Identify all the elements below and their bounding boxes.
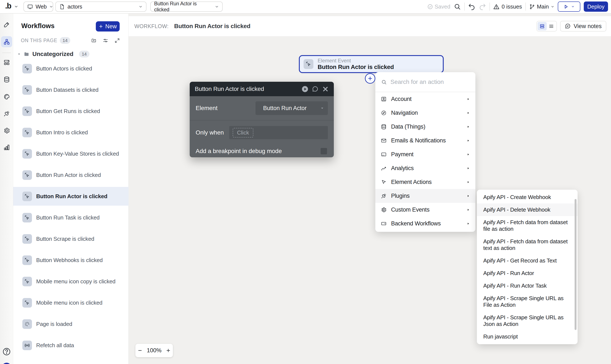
- plugin-action-item[interactable]: Apify API - Scrape Single URL as File as…: [477, 292, 578, 311]
- run-icon[interactable]: [302, 86, 308, 92]
- only-when-placeholder[interactable]: Click: [233, 128, 253, 138]
- canvas-header: WORKFLOW: Button Run Actor is clicked Vi…: [129, 16, 611, 36]
- workflow-item-label: Button Scrape is clicked: [36, 236, 94, 242]
- database-icon: [381, 124, 387, 130]
- plugin-action-item[interactable]: Apify API - Fetch data from dataset text…: [477, 235, 578, 254]
- view-notes-button[interactable]: View notes: [560, 21, 606, 31]
- rail-item-chart[interactable]: [1, 142, 12, 153]
- workflow-list-item[interactable]: Button Get Runs is clicked: [13, 102, 129, 120]
- plugin-action-item[interactable]: Apify API - Get Record as Text: [477, 254, 578, 267]
- cursor-click-icon: [304, 59, 313, 69]
- rail-item-slots[interactable]: [1, 57, 12, 68]
- undo-icon[interactable]: [468, 3, 475, 10]
- device-selector[interactable]: Web: [23, 1, 53, 12]
- plugin-action-item[interactable]: Apify API - Fetch data from dataset file…: [477, 216, 578, 235]
- workflow-list-item[interactable]: Button Run Task is clicked: [13, 208, 129, 227]
- caret-right-icon: [467, 111, 470, 115]
- workflow-list: Button Actors is clicked Button Datasets…: [13, 59, 129, 357]
- topbar: .b Web actors Button Run Actor is clicke…: [0, 0, 611, 14]
- comment-icon[interactable]: [312, 86, 318, 92]
- rail-item-plug[interactable]: [1, 108, 12, 119]
- plugin-action-label: Apify API - Scrape Single URL as File as…: [483, 295, 563, 308]
- element-dropdown[interactable]: Button Run Actor: [256, 101, 328, 115]
- plugin-action-item[interactable]: Apify API - Run Actor Task: [477, 279, 578, 292]
- action-menu-item[interactable]: Navigation: [375, 106, 475, 120]
- only-when-input[interactable]: Click: [229, 126, 328, 139]
- workflow-list-item[interactable]: Button Scrape is clicked: [13, 230, 129, 248]
- dialog-body: Element Button Run Actor Only when Click…: [190, 96, 334, 157]
- workflow-list-item[interactable]: Mobile menu icon is clicked: [13, 293, 129, 312]
- filter-icon[interactable]: [103, 38, 108, 43]
- divider: [489, 2, 490, 11]
- action-menu-item[interactable]: Emails & Notifications: [375, 134, 475, 147]
- zoom-out-icon[interactable]: [138, 348, 143, 353]
- add-folder-icon[interactable]: [91, 38, 96, 43]
- breakpoint-checkbox[interactable]: [321, 148, 327, 154]
- redo-icon[interactable]: [479, 3, 486, 10]
- close-icon[interactable]: [322, 86, 329, 92]
- action-menu-item[interactable]: Element Actions: [375, 175, 475, 189]
- list-view-button[interactable]: [547, 22, 556, 30]
- workflow-selector[interactable]: Button Run Actor is clicked: [150, 1, 223, 12]
- cursor-click-icon: [22, 149, 32, 159]
- workflow-list-item[interactable]: Button Run Actor is clicked: [13, 187, 129, 206]
- issues-button[interactable]: 0 issues: [493, 3, 522, 10]
- workflow-list-item[interactable]: Button Datasets is clicked: [13, 80, 129, 99]
- add-action-button[interactable]: [365, 73, 375, 84]
- divider: [525, 2, 526, 11]
- help-icon[interactable]: [2, 347, 11, 356]
- rail-item-gear[interactable]: [1, 125, 12, 136]
- action-menu-item[interactable]: Backend Workflows: [375, 217, 475, 231]
- plugin-action-item[interactable]: Apify API - Create Webhook: [477, 191, 578, 204]
- action-menu: Account Navigation Data (Things) Emails …: [375, 72, 475, 232]
- event-node[interactable]: Element Event Button Run Actor is clicke…: [299, 55, 444, 73]
- search-icon[interactable]: [454, 3, 461, 10]
- app-menu-chevron-icon[interactable]: [14, 4, 18, 9]
- divider: [2, 52, 11, 53]
- envelope-icon: [381, 138, 387, 143]
- workflow-list-item[interactable]: Button Webhooks is clicked: [13, 251, 129, 270]
- deploy-button[interactable]: Deploy: [584, 1, 608, 12]
- cursor-click-icon: [22, 255, 32, 265]
- action-menu-item[interactable]: Custom Events: [375, 203, 475, 217]
- rail-item-database[interactable]: [1, 74, 12, 85]
- workflow-selector-label: Button Run Actor is clicked: [154, 1, 212, 13]
- cards-view-button[interactable]: [538, 22, 547, 30]
- avatar[interactable]: I: [2, 363, 11, 364]
- node-title: Button Run Actor is clicked: [318, 64, 394, 70]
- plugin-action-item[interactable]: Apify API - Delete Webhook: [477, 204, 578, 216]
- plugin-action-item[interactable]: Apify API - Scrape Single URL as Json as…: [477, 311, 578, 330]
- action-menu-item[interactable]: Account: [375, 92, 475, 106]
- plugin-action-item[interactable]: Apify API - Run Actor: [477, 267, 578, 279]
- action-menu-item[interactable]: Plugins: [375, 189, 475, 203]
- workflow-list-item[interactable]: Refetch all data: [13, 336, 129, 355]
- action-search-input[interactable]: [390, 78, 470, 85]
- chevron-down-icon: [215, 5, 219, 9]
- zoom-in-icon[interactable]: [166, 348, 171, 353]
- workflow-list-item[interactable]: Button Key-Value Stores is clicked: [13, 144, 129, 163]
- folder-uncategorized[interactable]: Uncategorized 14: [17, 49, 90, 59]
- plugin-action-item[interactable]: Run javascript: [477, 330, 578, 343]
- page-selector[interactable]: actors: [55, 1, 146, 12]
- page-selector-label: actors: [67, 3, 82, 10]
- new-workflow-button[interactable]: New: [96, 21, 120, 31]
- workflow-list-item[interactable]: Mobile menu icon copy is clicked: [13, 272, 129, 291]
- action-menu-item[interactable]: Analytics: [375, 161, 475, 175]
- rail-item-workflow[interactable]: [1, 36, 12, 47]
- rail-item-pencil[interactable]: [1, 19, 12, 30]
- scrollbar-thumb[interactable]: [575, 199, 576, 330]
- rail-item-palette[interactable]: [1, 91, 12, 102]
- workflow-list-item[interactable]: Button Intro is clicked: [13, 123, 129, 142]
- action-menu-item[interactable]: Payment: [375, 147, 475, 161]
- dialog-header[interactable]: Button Run Actor is clicked: [190, 82, 334, 96]
- branch-selector[interactable]: Main: [529, 3, 554, 10]
- workflow-item-label: Button Actors is clicked: [36, 65, 92, 72]
- workflow-list-item[interactable]: Button Run Actor is clicked: [13, 166, 129, 184]
- workflow-list-item[interactable]: Button Actors is clicked: [13, 59, 129, 78]
- action-menu-item[interactable]: Data (Things): [375, 120, 475, 134]
- preview-button[interactable]: [558, 1, 580, 12]
- refetch-icon: [22, 341, 32, 350]
- workflow-list-item[interactable]: Page is loaded: [13, 315, 129, 333]
- expand-icon[interactable]: [115, 38, 120, 43]
- issues-label: 0 issues: [502, 3, 522, 10]
